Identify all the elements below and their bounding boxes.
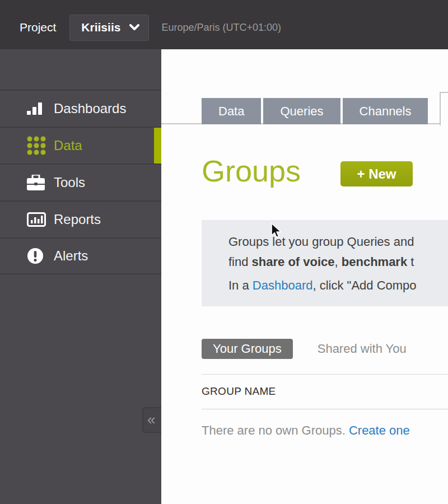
active-indicator — [154, 128, 161, 164]
sidebar-item-label: Tools — [54, 175, 85, 190]
info-line: In a Dashboard, click "Add Compo — [228, 276, 448, 296]
info-text: , click "Add Compo — [312, 278, 416, 292]
sidebar-item-tools[interactable]: Tools — [0, 164, 161, 200]
info-line: Groups let you group Queries and — [228, 232, 448, 252]
sidebar: Dashboards Data — [0, 49, 161, 504]
chevron-down-icon — [129, 24, 139, 31]
table-header-divider — [202, 409, 448, 409]
info-text: find — [228, 255, 252, 269]
report-chart-icon — [27, 212, 49, 227]
sidebar-collapse-button[interactable]: « — [142, 407, 161, 433]
info-text: In a — [228, 278, 253, 292]
new-group-button[interactable]: + New — [340, 161, 413, 186]
table-top-divider — [202, 374, 448, 375]
sidebar-item-label: Dashboards — [54, 101, 126, 116]
main-content: Data Queries Channels Groups + New Group… — [161, 49, 448, 504]
empty-state-message: There are no own Groups. Create one — [202, 423, 410, 438]
info-box: Groups let you group Queries and find sh… — [202, 220, 448, 306]
tab-data[interactable]: Data — [202, 98, 261, 124]
bar-chart-icon — [27, 102, 49, 115]
sidebar-nav: Dashboards Data — [0, 90, 161, 274]
project-label: Project — [20, 21, 56, 34]
tab-queries[interactable]: Queries — [263, 98, 340, 124]
info-line: find share of voice, benchmark t — [228, 252, 448, 272]
sidebar-item-dashboards[interactable]: Dashboards — [0, 90, 161, 127]
sidebar-item-label: Data — [54, 138, 82, 153]
sidebar-item-label: Alerts — [54, 248, 88, 264]
content-tabs: Data Queries Channels — [202, 98, 430, 124]
alert-icon — [27, 248, 49, 264]
your-groups-tab[interactable]: Your Groups — [202, 339, 293, 359]
shared-with-you-tab[interactable]: Shared with You — [318, 342, 407, 356]
info-text: , — [335, 255, 342, 269]
timezone-label: Europe/Paris (UTC+01:00) — [161, 22, 281, 34]
dashboard-link[interactable]: Dashboard — [253, 278, 313, 292]
project-selector[interactable]: Kriisiis — [69, 15, 149, 41]
project-name: Kriisiis — [81, 21, 120, 34]
empty-state-text: There are no own Groups. — [202, 423, 349, 437]
create-one-link[interactable]: Create one — [349, 423, 410, 437]
page-title: Groups — [202, 153, 301, 188]
topbar: Project Kriisiis Europe/Paris (UTC+01:00… — [0, 0, 448, 49]
collapse-chevrons-icon: « — [147, 411, 155, 428]
group-filter-tabs: Your Groups Shared with You — [202, 339, 407, 359]
sidebar-item-reports[interactable]: Reports — [0, 200, 161, 237]
sidebar-item-label: Reports — [54, 212, 101, 227]
info-bold-text: benchmark — [342, 255, 407, 269]
sidebar-item-alerts[interactable]: Alerts — [0, 237, 161, 274]
info-bold-text: share of voice — [252, 255, 335, 269]
sidebar-item-data[interactable]: Data — [0, 127, 161, 164]
tab-active-partial[interactable] — [440, 92, 448, 125]
grid-dots-icon — [27, 136, 49, 155]
info-text: t — [407, 255, 414, 269]
tab-channels[interactable]: Channels — [343, 98, 428, 124]
briefcase-icon — [27, 175, 49, 190]
table-header-group-name: GROUP NAME — [202, 385, 276, 398]
